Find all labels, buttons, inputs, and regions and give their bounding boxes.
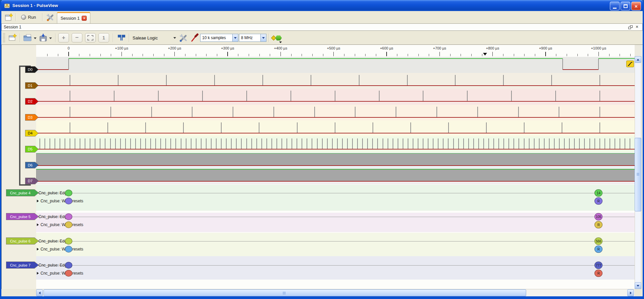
pulse-mark: [511, 91, 512, 101]
pulse-mark: [508, 138, 509, 149]
pulse-mark: [503, 75, 504, 85]
pulse-mark: [70, 122, 70, 133]
save-dropdown-arrow[interactable]: [49, 37, 52, 39]
pulse-mark: [261, 138, 262, 149]
new-session-button[interactable]: [3, 12, 14, 22]
show-cursors-button[interactable]: [115, 33, 128, 42]
device-selector[interactable]: Saleae Logic: [133, 34, 176, 41]
pulse-mark: [589, 138, 590, 149]
ruler-minor-tick: [450, 54, 451, 56]
sample-rate-select[interactable]: 8 MHz: [239, 34, 266, 42]
signal-low-segment: [36, 117, 635, 118]
annotation-dot: [65, 190, 72, 196]
pulse-mark: [292, 138, 292, 149]
pulse-mark: [192, 107, 192, 117]
annotation-dot: [65, 198, 72, 204]
annotation-dot: [65, 238, 72, 244]
pulse-mark: [372, 138, 373, 149]
open-button[interactable]: [22, 33, 33, 42]
configure-device-button[interactable]: [177, 33, 189, 42]
expander-arrow[interactable]: [37, 200, 39, 202]
annotation-row-line: [36, 265, 635, 266]
scrollbar-corner-top: [635, 45, 643, 56]
h-scrollbar-thumb[interactable]: [44, 289, 526, 296]
ruler-major-tick: [545, 52, 546, 56]
decoder-row-band: [36, 256, 635, 280]
ruler-minor-tick: [185, 54, 185, 56]
close-button[interactable]: ×: [631, 2, 641, 10]
minimize-button[interactable]: [610, 2, 620, 10]
zoom-fit-button[interactable]: [85, 33, 96, 42]
save-button[interactable]: [37, 33, 49, 42]
sample-rate-dropdown[interactable]: [260, 34, 266, 41]
pulse-mark: [493, 138, 494, 149]
sample-count-select[interactable]: 10 k samples: [200, 34, 238, 42]
signal-low-segment: [36, 101, 635, 102]
pulse-mark: [423, 91, 423, 101]
trigger-badge[interactable]: [626, 61, 634, 67]
expander-arrow[interactable]: [37, 248, 39, 251]
h-scroll-left-button[interactable]: [36, 289, 43, 296]
dock-header: Session 1 ×: [1, 23, 643, 31]
pulse-mark: [355, 107, 355, 117]
maximize-button[interactable]: [621, 2, 630, 10]
expander-arrow[interactable]: [37, 272, 39, 275]
channel-tag-d4-label: D4: [25, 130, 38, 136]
open-folder-icon: [23, 34, 32, 42]
run-button[interactable]: Run: [17, 12, 39, 22]
float-dock-icon[interactable]: [628, 25, 633, 29]
pulse-mark: [529, 138, 530, 149]
decoder-tag-6[interactable]: Cnc_pulse 6: [6, 237, 39, 244]
decoder-tag-7[interactable]: Cnc_pulse 7: [6, 262, 39, 269]
save-icon: [39, 33, 48, 42]
trace-group-bracket[interactable]: [19, 66, 20, 186]
ruler-minor-tick: [100, 54, 101, 56]
new-session-icon: [5, 13, 13, 22]
decoder-tag-5[interactable]: Cnc_pulse 5: [6, 213, 39, 220]
ruler-major-tick: [333, 52, 334, 56]
v-scroll-down-button[interactable]: [635, 282, 641, 289]
annotation-dot: [65, 270, 72, 277]
open-dropdown-arrow[interactable]: [34, 37, 36, 39]
ruler-major-tick: [174, 52, 175, 56]
ruler-label: +500 µs: [320, 46, 347, 50]
ruler-label: +100 µs: [108, 46, 135, 50]
toolbar-grip[interactable]: [3, 33, 6, 43]
zoom-out-button[interactable]: −: [72, 33, 82, 42]
zoom-in-button[interactable]: +: [58, 33, 69, 42]
signal-high-segment: [69, 58, 563, 59]
trace-view[interactable]: 0+100 µs+200 µs+300 µs+400 µs+500 µs+600…: [1, 45, 643, 296]
pulse-mark: [332, 138, 333, 149]
v-scrollbar-thumb[interactable]: [635, 138, 641, 211]
pulse-mark: [45, 138, 45, 149]
pulse-mark: [569, 138, 570, 149]
sample-rate-value: 8 MHz: [239, 35, 260, 40]
decoder-tag-4[interactable]: Cnc_pulse 4: [6, 189, 39, 196]
ruler-major-tick: [280, 52, 281, 56]
h-scroll-right-button[interactable]: [627, 289, 634, 296]
dock-close-icon[interactable]: ×: [636, 24, 638, 29]
v-scroll-up-button[interactable]: [635, 56, 641, 63]
trigger-time-marker[interactable]: [483, 53, 487, 56]
pulse-mark: [216, 138, 217, 149]
ruler-minor-tick: [365, 54, 366, 56]
sample-count-dropdown[interactable]: [232, 34, 238, 41]
pulse-mark: [357, 138, 358, 149]
zoom-one-to-one-button[interactable]: 1: [98, 33, 109, 42]
settings-button[interactable]: [44, 12, 56, 22]
title-bar[interactable]: Session 1 - PulseView ×: [1, 0, 643, 11]
pulse-mark: [524, 122, 525, 133]
decoder-tag-5-label: Cnc_pulse 5: [6, 213, 38, 220]
add-decoder-button[interactable]: [271, 33, 285, 43]
tab-close-button[interactable]: ×: [82, 16, 87, 21]
channels-probe-button[interactable]: [190, 33, 199, 42]
expander-arrow[interactable]: [37, 223, 39, 226]
ruler-label: 0: [55, 46, 82, 50]
ruler-minor-tick: [47, 54, 48, 56]
pulse-mark: [559, 138, 560, 149]
new-view-button[interactable]: [7, 33, 18, 42]
ruler-minor-tick: [535, 54, 535, 56]
signal-low-segment: [36, 181, 635, 182]
pulse-mark: [110, 138, 111, 149]
tab-session-1[interactable]: Session 1 ×: [57, 12, 90, 23]
